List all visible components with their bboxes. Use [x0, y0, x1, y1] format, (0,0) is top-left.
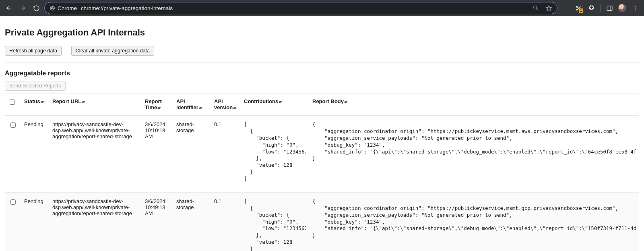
kebab-menu-icon	[632, 5, 638, 11]
table-header-row: Status▴▾ Report URL▴▾ Report Time▴▾ API …	[5, 93, 639, 116]
reload-button[interactable]	[31, 2, 42, 14]
browser-menu-button[interactable]	[630, 2, 641, 14]
cell-report-time: 3/6/2024, 10:10:18 AM	[142, 116, 173, 193]
page-content: Private Aggregation API Internals Refres…	[0, 16, 644, 251]
bookmark-star-icon[interactable]	[545, 5, 552, 12]
cell-status: Pending	[21, 192, 49, 251]
sort-icon: ▴▾	[82, 100, 84, 104]
section-toolbar: Send Selected Reports	[5, 81, 639, 91]
cell-api-version: 0.1	[211, 192, 241, 251]
toolbar-divider	[600, 4, 601, 12]
sort-icon: ▴▾	[233, 106, 235, 110]
svg-point-3	[576, 6, 577, 7]
section-title: Aggregatable reports	[5, 70, 639, 77]
row-checkbox[interactable]	[10, 122, 16, 128]
cell-report-time: 3/6/2024, 10:49:13 AM	[142, 192, 173, 251]
page-title: Private Aggregation API Internals	[5, 27, 639, 38]
header-api-identifier-label: API identifier	[176, 98, 198, 110]
cell-contributions: [ { "bucket": { "high": "0", "low": "123…	[244, 198, 306, 251]
zoom-icon[interactable]	[533, 5, 539, 11]
svg-point-2	[534, 6, 537, 9]
reports-table: Status▴▾ Report URL▴▾ Report Time▴▾ API …	[5, 93, 639, 251]
address-url: chrome://private-aggregation-internals	[81, 5, 173, 11]
svg-point-4	[576, 9, 577, 10]
header-status-label: Status	[24, 98, 40, 104]
site-chip-label: Chrome	[58, 5, 77, 11]
select-all-checkbox[interactable]	[10, 100, 15, 105]
side-panel-icon[interactable]	[604, 2, 615, 14]
forward-button[interactable]	[17, 2, 28, 14]
arrow-left-icon	[5, 4, 12, 12]
cell-contributions: [ { "bucket": { "high": "0", "low": "123…	[244, 121, 306, 183]
svg-point-6	[635, 6, 636, 6]
extension-scissors-icon[interactable]: 1	[573, 2, 584, 14]
cell-status: Pending	[21, 116, 49, 193]
refresh-button[interactable]: Refresh all page data	[5, 46, 62, 56]
svg-point-8	[635, 9, 636, 10]
cell-report-body: { "aggregation_coordinator_origin": "htt…	[312, 121, 636, 162]
site-chip: Chrome	[50, 5, 77, 11]
send-selected-button[interactable]: Send Selected Reports	[5, 81, 66, 91]
cell-report-url: https://privacy-sandcastle-dev-dsp.web.a…	[49, 192, 142, 251]
header-report-body-label: Report Body	[312, 98, 344, 104]
header-api-version[interactable]: API version▴▾	[211, 93, 241, 116]
cell-report-url: https://privacy-sandcastle-dev-dsp.web.a…	[49, 116, 142, 193]
cell-api-identifier: shared-storage	[173, 116, 211, 193]
header-status[interactable]: Status▴▾	[21, 93, 49, 116]
reload-icon	[33, 5, 40, 12]
header-report-url[interactable]: Report URL▴▾	[49, 93, 142, 116]
header-report-url-label: Report URL	[52, 98, 81, 104]
cell-api-version: 0.1	[211, 116, 241, 193]
row-checkbox[interactable]	[10, 199, 16, 205]
avatar-icon	[618, 4, 626, 12]
extensions-icon[interactable]	[586, 2, 597, 14]
header-contributions[interactable]: Contributions▴▾	[241, 93, 309, 116]
sort-icon: ▴▾	[41, 100, 43, 104]
header-report-body[interactable]: Report Body▴▾	[309, 93, 639, 116]
back-button[interactable]	[3, 2, 14, 14]
browser-right-actions: 1	[573, 2, 641, 14]
profile-avatar[interactable]	[617, 2, 628, 14]
chrome-icon	[50, 5, 55, 11]
header-api-identifier[interactable]: API identifier▴▾	[173, 93, 211, 116]
sort-icon: ▴▾	[199, 106, 201, 110]
sort-icon: ▴▾	[344, 100, 347, 104]
cell-report-body: { "aggregation_coordinator_origin": "htt…	[312, 198, 636, 239]
extension-badge: 1	[579, 8, 583, 13]
sort-icon: ▴▾	[157, 106, 160, 110]
header-select-all	[5, 93, 21, 116]
table-row: Pending https://privacy-sandcastle-dev-d…	[5, 192, 639, 251]
header-contributions-label: Contributions	[244, 98, 278, 104]
divider	[5, 62, 639, 62]
table-row: Pending https://privacy-sandcastle-dev-d…	[5, 116, 639, 193]
header-api-version-label: API version	[214, 98, 233, 110]
browser-toolbar: Chrome chrome://private-aggregation-inte…	[0, 0, 644, 16]
svg-rect-5	[607, 6, 612, 10]
address-bar[interactable]: Chrome chrome://private-aggregation-inte…	[44, 2, 557, 14]
header-report-time[interactable]: Report Time▴▾	[142, 93, 173, 116]
svg-point-7	[635, 8, 636, 8]
clear-data-button[interactable]: Clear all private aggregation data	[71, 46, 154, 56]
arrow-right-icon	[19, 4, 26, 12]
cell-api-identifier: shared-storage	[173, 192, 211, 251]
sort-icon: ▴▾	[279, 100, 281, 104]
main-toolbar: Refresh all page data Clear all private …	[5, 46, 639, 56]
svg-point-1	[52, 7, 53, 9]
